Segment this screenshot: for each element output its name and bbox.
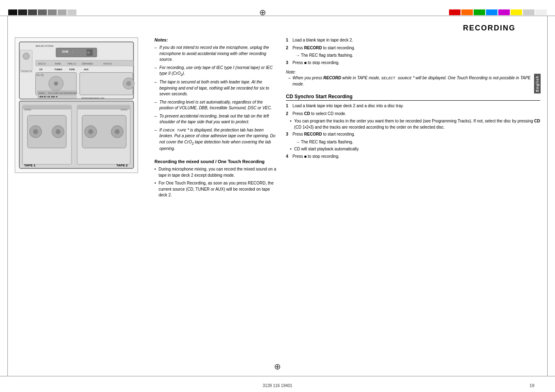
block-3 [28,9,37,15]
step-number: 2 [286,45,291,51]
left-column: MINI HIFI SYSTEM DUB ; ⊡ STANDBY ON CD1·… [15,37,146,371]
step-number: 2 [286,111,291,117]
middle-column: Notes: If you do not intend to record vi… [154,37,278,371]
left-bracket [7,16,15,376]
svg-text:TAPE: TAPE [69,68,75,71]
svg-text:SEARCH: SEARCH [39,92,46,94]
page-title: RECORDING [15,21,540,32]
step-arrow: → The REC flag starts flashing. [286,139,540,145]
svg-rect-24 [41,74,44,76]
note-item: The tape is secured at both ends with le… [154,79,278,97]
svg-point-54 [115,129,120,134]
cd-step-1: 1 Load a blank tape into tape deck 2 and… [286,103,540,109]
svg-rect-23 [37,74,40,76]
right-color-blocks [449,9,547,15]
svg-text:SOUND NAVIGATION ·(OK): SOUND NAVIGATION ·(OK) [81,97,105,99]
note-item: If you do not intend to record via the m… [154,45,278,63]
bottom-rule [0,376,555,376]
serial-number: 3139 116 19401 [263,383,292,388]
block-2 [18,9,27,15]
svg-text:CD1·2·3: CD1·2·3 [38,63,46,65]
note-item: To prevent accidental recording, break o… [154,113,278,125]
block-6 [58,9,67,15]
svg-text:CD: CD [39,68,43,71]
notes-list: If you do not intend to record via the m… [154,45,278,152]
cd-step-3: 3 Press RECORD to start recording. [286,131,540,138]
note-item: If CHECK TAPE * is displayed, the protec… [154,127,278,152]
note-item: The recording level is set automatically… [154,99,278,111]
svg-point-52 [88,129,93,134]
svg-text:TAPE 1·2: TAPE 1·2 [67,63,76,65]
svg-text:BAND: BAND [55,63,61,65]
svg-text:OPEN: OPEN [120,108,127,111]
step-2: 2 Press RECORD to start recording. [286,45,540,51]
block-r3 [474,9,485,15]
svg-text:STANDBY ON: STANDBY ON [21,71,32,73]
step-number: 4 [286,154,291,160]
block-4 [38,9,47,15]
svg-point-45 [55,129,60,134]
right-bracket [540,16,548,376]
step-number: 1 [286,37,291,44]
step-number: 3 [286,131,291,138]
svg-text:◀◀ ◀ ● ▶ ▶▶ ■: ◀◀ ◀ ● ▶ ▶▶ ■ [39,95,58,98]
block-r2 [461,9,473,15]
cd-synchro-heading: CD Synchro Start Recording [286,94,540,101]
cd-synchro-section: CD Synchro Start Recording 1 Load a blan… [286,94,540,159]
page-number: 19 [530,383,534,388]
block-r4 [486,9,497,15]
cd-step-bullet: You can program the tracks in the order … [286,118,540,130]
step-text: Press ■ to stop recording. [292,60,540,66]
cd-step-2: 2 Press CD to select CD mode. [286,111,540,117]
svg-text:CDR/VIDEO: CDR/VIDEO [82,63,93,65]
device-image: MINI HIFI SYSTEM DUB ; ⊡ STANDBY ON CD1·… [15,37,138,173]
step-text: Press CD to select CD mode. [292,111,540,117]
right-column: 1 Load a blank tape in tape deck 2. 2 Pr… [286,37,540,371]
svg-text:PREV: PREV [69,92,73,94]
block-1 [8,9,17,15]
block-5 [48,9,57,15]
step-text: Press RECORD to start recording. [292,131,540,138]
svg-point-8 [23,53,30,60]
top-rule [0,16,555,16]
svg-text:;: ; [72,50,73,53]
step-1: 1 Load a blank tape in tape deck 2. [286,37,540,44]
step-arrow: → The REC flag starts flashing. [286,53,540,59]
svg-text:MINI HIFI SYSTEM: MINI HIFI SYSTEM [36,45,53,47]
svg-text:AUX: AUX [84,68,89,71]
content-area: MINI HIFI SYSTEM DUB ; ⊡ STANDBY ON CD1·… [15,37,540,371]
main-content: RECORDING MINI HIFI SYSTEM DUB ; [15,21,540,371]
step-text: Press RECORD to start recording. [292,45,540,51]
block-r8 [535,9,547,15]
svg-point-43 [33,129,38,134]
cd-playback-bullet: CD will start playback automatically. [286,146,540,152]
block-7 [67,9,76,15]
note-label: Note: [286,70,540,74]
svg-text:PLAY·PAUSE: PLAY·PAUSE [59,92,69,94]
svg-text:TAPEFES: TAPEFES [103,63,113,65]
svg-text:OPEN: OPEN [24,108,31,111]
main-steps: 1 Load a blank tape in tape deck 2. 2 Pr… [286,37,540,87]
step-number: 3 [286,60,291,66]
one-touch-list: During microphone mixing, you can record… [154,166,278,198]
notes-title: Notes: [154,37,278,42]
one-touch-item: For One Touch Recording, as soon as you … [154,180,278,198]
block-r5 [498,9,510,15]
svg-text:STOP·CLEAR: STOP·CLEAR [48,92,58,94]
left-color-blocks [8,9,76,15]
svg-text:NEXT: NEXT [73,92,78,94]
one-touch-heading: Recording the mixed sound / One Touch Re… [154,159,278,164]
note-content: When you press RECORD while in TAPE mode… [286,75,540,87]
note-item: For recording, use only tape of IEC type… [154,65,278,78]
step-3: 3 Press ■ to stop recording. [286,60,540,66]
one-touch-item: During microphone mixing, you can record… [154,166,278,178]
cd-step-4: 4 Press ■ to stop recording. [286,154,540,160]
step-text: Load a blank tape in tape deck 2. [292,37,540,44]
svg-text:TAPE 1: TAPE 1 [24,164,36,167]
svg-text:DUB: DUB [62,50,68,53]
step-text: Load a blank tape into tape deck 2 and a… [292,103,540,109]
block-r7 [523,9,534,15]
svg-text:TAPE 2: TAPE 2 [116,164,128,167]
svg-point-22 [54,81,58,85]
block-r1 [449,9,461,15]
